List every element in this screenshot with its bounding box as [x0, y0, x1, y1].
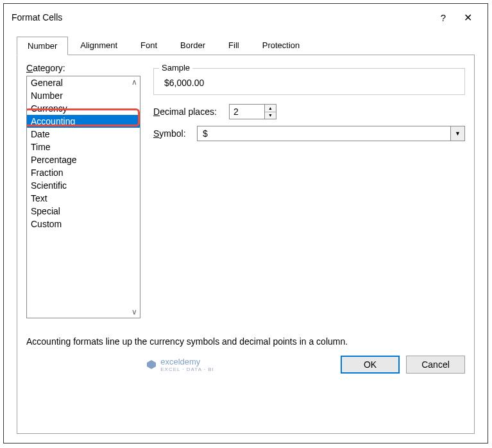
- category-description: Accounting formats line up the currency …: [26, 336, 465, 347]
- ok-button[interactable]: OK: [341, 356, 400, 374]
- tab-font[interactable]: Font: [130, 36, 168, 55]
- list-item[interactable]: General: [27, 76, 140, 89]
- list-item[interactable]: Time: [27, 141, 140, 153]
- sample-label: Sample: [159, 63, 192, 73]
- chevron-down-icon[interactable]: ▼: [451, 126, 465, 141]
- sample-value: $6,000.00: [160, 78, 458, 88]
- symbol-combo[interactable]: ▼: [197, 126, 465, 141]
- tab-alignment[interactable]: Alignment: [69, 36, 128, 55]
- logo-icon: [146, 359, 157, 370]
- list-item[interactable]: Number: [27, 89, 140, 102]
- close-button[interactable]: ✕: [455, 12, 480, 24]
- list-item[interactable]: Accounting: [27, 115, 140, 128]
- scroll-down-icon[interactable]: ∨: [130, 307, 139, 316]
- watermark: exceldemy EXCEL · DATA · BI: [26, 357, 334, 372]
- titlebar: Format Cells ? ✕: [4, 4, 488, 31]
- category-listbox[interactable]: General Number Currency Accounting Date …: [26, 76, 140, 318]
- list-item[interactable]: Fraction: [27, 166, 140, 179]
- symbol-label: Symbol:: [153, 128, 192, 139]
- list-item[interactable]: Date: [27, 128, 140, 141]
- spin-up-icon[interactable]: ▲: [265, 105, 276, 112]
- list-item[interactable]: Text: [27, 192, 140, 205]
- dialog-title: Format Cells: [12, 12, 431, 22]
- sample-group: Sample $6,000.00: [153, 68, 465, 95]
- symbol-input[interactable]: [197, 126, 451, 141]
- watermark-sub: EXCEL · DATA · BI: [160, 366, 214, 372]
- list-item[interactable]: Custom: [27, 218, 140, 230]
- cancel-button[interactable]: Cancel: [406, 356, 465, 374]
- list-item[interactable]: Special: [27, 205, 140, 218]
- list-item[interactable]: Currency: [27, 102, 140, 115]
- watermark-text: exceldemy: [160, 357, 214, 366]
- tab-number[interactable]: Number: [17, 37, 68, 55]
- tab-fill[interactable]: Fill: [217, 36, 250, 55]
- tab-protection[interactable]: Protection: [251, 36, 311, 55]
- tab-panel: Category: General Number Currency Accoun…: [17, 55, 475, 434]
- list-item[interactable]: Scientific: [27, 179, 140, 192]
- tab-strip: Number Alignment Font Border Fill Protec…: [17, 36, 475, 55]
- decimal-label: Decimal places:: [153, 107, 224, 117]
- help-button[interactable]: ?: [431, 12, 455, 23]
- category-label: Category:: [26, 63, 142, 73]
- spin-down-icon[interactable]: ▼: [265, 112, 276, 119]
- format-cells-dialog: Format Cells ? ✕ Number Alignment Font B…: [3, 3, 488, 444]
- tab-border[interactable]: Border: [169, 36, 216, 55]
- svg-marker-0: [147, 360, 156, 369]
- decimal-spinner[interactable]: ▲ ▼: [229, 104, 276, 119]
- list-item[interactable]: Percentage: [27, 153, 140, 166]
- decimal-input[interactable]: [229, 104, 265, 119]
- scroll-up-icon[interactable]: ∧: [130, 78, 139, 87]
